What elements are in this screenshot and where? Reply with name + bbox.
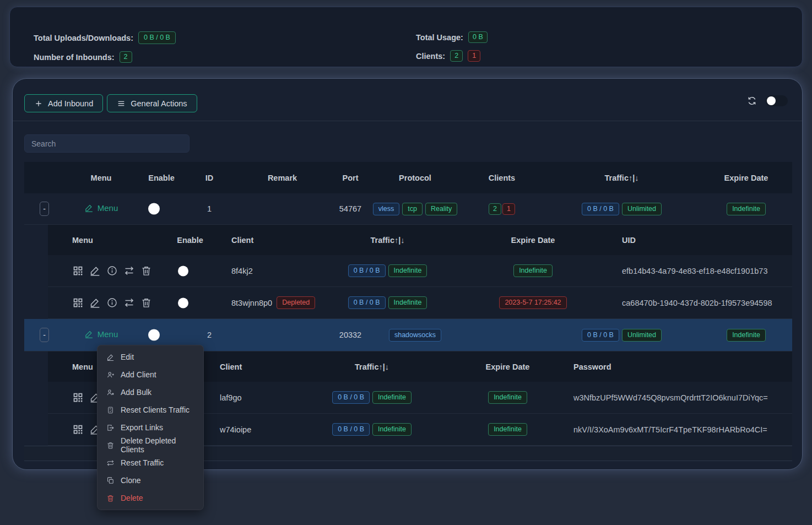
- inbound-clients-counts: 2 1: [461, 203, 543, 215]
- general-actions-button[interactable]: General Actions: [107, 94, 197, 112]
- stat-label: Total Usage:: [416, 33, 463, 42]
- menu-item-label: Edit: [121, 353, 134, 361]
- xui-inbounds-page: Total Uploads/Downloads: 0 B / 0 B Numbe…: [0, 0, 812, 525]
- inbound-id: 1: [185, 204, 234, 213]
- search-wrap: [24, 134, 802, 153]
- client-password: nkV/I/3XoAm9v6xMT/T5IcrF4TpeTKF98rHARbRo…: [569, 425, 792, 434]
- hamburger-icon: [117, 99, 126, 108]
- stat-total-uploads-downloads: Total Uploads/Downloads: 0 B / 0 B: [34, 31, 176, 44]
- expire-badge: 2023-5-7 17:25:42: [499, 296, 566, 309]
- plus-icon: [34, 99, 43, 108]
- total-usage-badge: 0 B: [468, 31, 488, 43]
- menu-item-clone[interactable]: Clone: [98, 472, 203, 489]
- inbound-menu-trigger[interactable]: Menu: [84, 329, 118, 339]
- traffic-badge: 0 B / 0 B: [582, 203, 619, 215]
- stat-total-usage: Total Usage: 0 B: [416, 31, 488, 43]
- expire-badge: Indefinite: [488, 423, 527, 436]
- traffic-badge: 0 B / 0 B: [332, 391, 370, 404]
- menu-item-reset-traffic[interactable]: Reset Traffic: [98, 454, 203, 472]
- client-row: 8t3wjnn8p0 Depleted 0 B / 0 B Indefinite…: [48, 287, 792, 319]
- qr-code-icon[interactable]: [72, 297, 84, 308]
- edit-icon: [106, 353, 115, 361]
- header-expire-date: Expire Date: [468, 236, 598, 245]
- inbounds-table-header: Menu Enable ID Remark Port Protocol Clie…: [24, 162, 792, 193]
- search-input[interactable]: [24, 134, 190, 153]
- inbound-id: 2: [185, 331, 234, 339]
- protocol-tag: shadowsocks: [389, 329, 441, 342]
- header-port: Port: [331, 174, 370, 182]
- traffic-badge: 0 B / 0 B: [348, 296, 386, 309]
- header-menu: Menu: [48, 236, 165, 245]
- inbound-port: 20332: [331, 331, 370, 339]
- inbound-menu-trigger[interactable]: Menu: [84, 203, 118, 213]
- delete-depleted-clients-icon: [106, 441, 115, 450]
- edit-icon[interactable]: [89, 297, 101, 308]
- client-password: w3NfbzUPf5WWd745Q8pvsmQrdrttT2IO6knuI7Di…: [569, 393, 792, 402]
- traffic-limit-badge: Indefinite: [388, 296, 427, 309]
- menu-item-edit[interactable]: Edit: [98, 348, 203, 366]
- client-table-1: Menu Enable Client Traffic↑|↓ Expire Dat…: [48, 225, 792, 319]
- reset-traffic-icon[interactable]: [123, 297, 135, 308]
- traffic-limit-badge: Indefinite: [372, 423, 412, 436]
- clients-active-badge: 2: [489, 203, 501, 215]
- reset-traffic-icon[interactable]: [123, 265, 135, 277]
- traffic-limit-badge: Unlimited: [622, 203, 662, 215]
- qr-code-icon[interactable]: [72, 392, 84, 403]
- client-traffic: 0 B / 0 B Indefinite: [297, 391, 446, 404]
- menu-item-label: Clone: [121, 476, 141, 485]
- inbound-row-1: - Menu 1 54767 vless tcp Reality 2: [24, 193, 792, 225]
- client-row: 8f4kj2 0 B / 0 B Indefinite Indefinite e…: [48, 255, 792, 287]
- inbound-traffic: 0 B / 0 B Unlimited: [543, 203, 700, 215]
- client-name: w74ioipe: [220, 425, 251, 434]
- toggle-knob: [148, 329, 160, 341]
- info-icon[interactable]: [106, 297, 118, 308]
- header-expire-date: Expire Date: [446, 362, 569, 371]
- header-traffic[interactable]: Traffic↑|↓: [307, 236, 468, 245]
- menu-item-export-links[interactable]: Export Links: [98, 419, 203, 436]
- header-uid: UID: [598, 236, 792, 245]
- protocol-tag: vless: [373, 203, 399, 215]
- header-expire-date: Expire Date: [700, 174, 792, 182]
- add-inbound-label: Add Inbound: [48, 99, 93, 108]
- expire-badge: Indefinite: [727, 329, 766, 342]
- stat-label: Number of Inbounds:: [34, 53, 115, 62]
- stat-label: Total Uploads/Downloads:: [34, 34, 133, 42]
- stats-card: Total Uploads/Downloads: 0 B / 0 B Numbe…: [9, 7, 803, 67]
- inbound-protocol-tags: vless tcp Reality: [370, 203, 461, 215]
- menu-item-label: Delete: [121, 494, 143, 502]
- qr-code-icon[interactable]: [72, 424, 84, 435]
- client-actions: [48, 297, 165, 308]
- client-uid: efb14b43-4a79-4e83-ef18-e48cf1901b73: [598, 267, 792, 275]
- header-menu: Menu: [64, 174, 138, 182]
- collapse-row-button[interactable]: -: [40, 328, 49, 342]
- header-id: ID: [185, 174, 234, 182]
- collapse-row-button[interactable]: -: [40, 202, 49, 216]
- header-protocol: Protocol: [370, 174, 461, 182]
- add-inbound-button[interactable]: Add Inbound: [24, 94, 103, 112]
- edit-icon[interactable]: [89, 265, 101, 277]
- header-traffic[interactable]: Traffic↑|↓: [543, 174, 700, 182]
- menu-item-delete[interactable]: Delete: [98, 489, 203, 507]
- toolbar-right: [746, 95, 788, 106]
- delete-icon[interactable]: [140, 297, 152, 308]
- delete-icon[interactable]: [140, 265, 152, 277]
- number-of-inbounds-badge: 2: [120, 51, 132, 63]
- client-name: 8t3wjnn8p0 Depleted: [231, 296, 315, 309]
- info-icon[interactable]: [106, 265, 118, 277]
- auto-refresh-toggle[interactable]: [766, 95, 788, 106]
- menu-item-label: Delete Depleted Clients: [121, 436, 194, 454]
- header-traffic[interactable]: Traffic↑|↓: [297, 362, 446, 371]
- expire-badge: Indefinite: [488, 391, 527, 404]
- menu-item-add-bulk[interactable]: Add Bulk: [98, 383, 203, 401]
- client-table-1-header: Menu Enable Client Traffic↑|↓ Expire Dat…: [48, 225, 792, 255]
- add-client-icon: [106, 371, 115, 379]
- toolbar: Add Inbound General Actions: [13, 94, 802, 112]
- menu-item-reset-clients-traffic[interactable]: Reset Clients Traffic: [98, 401, 203, 419]
- qr-code-icon[interactable]: [72, 265, 84, 277]
- menu-item-delete-depleted-clients[interactable]: Delete Depleted Clients: [98, 436, 203, 454]
- menu-item-add-client[interactable]: Add Client: [98, 366, 203, 383]
- refresh-icon[interactable]: [746, 95, 757, 106]
- menu-item-label: Add Client: [121, 370, 156, 379]
- inbound-context-menu: Edit Add Client Add Bulk Reset Clients T…: [97, 345, 204, 510]
- toggle-knob: [767, 96, 776, 105]
